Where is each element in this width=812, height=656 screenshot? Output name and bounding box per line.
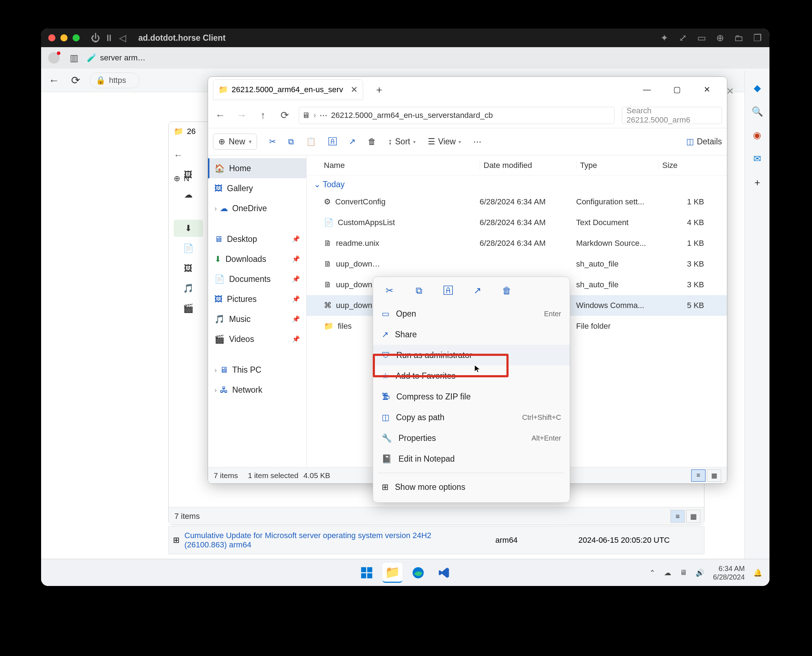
explorer-tab[interactable]: 📁 26212.5000_arm64_en-us_serv ✕ (213, 79, 363, 100)
ctx-show-more[interactable]: ⊞Show more options (373, 477, 570, 497)
cut-button[interactable]: ✂ (269, 137, 276, 147)
breadcrumb-bar[interactable]: 🖥 › ⋯ 26212.5000_arm64_en-us_serverstand… (299, 107, 615, 124)
refresh-button[interactable]: ⟳ (277, 108, 291, 122)
traffic-close[interactable] (48, 34, 56, 42)
explorer-taskbar-icon[interactable]: 📁 (383, 563, 403, 583)
ctx-share[interactable]: ↗Share (373, 324, 570, 345)
bg-icons-view-button[interactable]: ▦ (686, 510, 700, 523)
copy-button[interactable]: ⧉ (288, 137, 294, 147)
chevron-right-icon[interactable]: › (214, 386, 217, 394)
ctx-delete-button[interactable]: 🗑 (500, 283, 514, 298)
bg-sb-gallery-icon[interactable]: 🖼 (174, 166, 203, 183)
sidebar-item-downloads[interactable]: ⬇Downloads📌 (208, 249, 306, 269)
col-size[interactable]: Size (658, 161, 718, 170)
bg-sb-documents-icon[interactable]: 📄 (174, 240, 203, 257)
vscode-taskbar-icon[interactable] (434, 563, 454, 583)
start-button[interactable] (357, 563, 377, 583)
back-button[interactable]: ← (213, 108, 227, 122)
up-button[interactable]: ↑ (256, 108, 270, 122)
onedrive-tray-icon[interactable]: ☁ (664, 568, 671, 577)
ctx-add-favorites[interactable]: ☆Add to Favorites (373, 365, 570, 386)
workspaces-icon[interactable]: ▥ (67, 51, 81, 65)
details-pane-button[interactable]: ◫Details (686, 137, 722, 147)
explorer-search[interactable]: Search 26212.5000_arm6 (622, 107, 722, 124)
file-group-today[interactable]: ⌄Today (307, 175, 727, 192)
close-button[interactable]: ✕ (692, 80, 722, 100)
bg-sb-downloads-icon[interactable]: ⬇ (174, 220, 203, 237)
traffic-zoom[interactable] (73, 34, 80, 42)
minimize-button[interactable]: — (632, 80, 662, 100)
more-button[interactable]: ⋯ (473, 137, 481, 147)
forward-button[interactable]: → (234, 108, 249, 122)
volume-tray-icon[interactable]: 🔊 (696, 568, 704, 577)
pin-icon[interactable]: 📌 (292, 275, 300, 283)
browser-refresh-button[interactable]: ⟳ (68, 73, 82, 88)
ctx-compress-zip[interactable]: 🗜Compress to ZIP file (373, 386, 570, 407)
device-icon[interactable]: ▭ (697, 33, 707, 43)
clipboard-icon[interactable]: ⊕ (715, 33, 725, 43)
notifications-icon[interactable]: 🔔 (753, 568, 762, 577)
pin-icon[interactable]: 📌 (292, 295, 300, 303)
new-button[interactable]: ⊕ New ▾ (213, 134, 257, 150)
profile-avatar[interactable] (48, 52, 60, 63)
icons-view-button[interactable]: ▦ (707, 469, 721, 482)
browser-tab[interactable]: 🧪 server arm… (81, 50, 151, 66)
ctx-rename-button[interactable]: 🄰 (441, 283, 455, 298)
share-button[interactable]: ↗ (349, 137, 356, 147)
taskbar-clock[interactable]: 6:34 AM 6/28/2024 (713, 564, 745, 581)
network-tray-icon[interactable]: 🖥 (680, 568, 687, 577)
power-icon[interactable]: ⏻ (90, 33, 101, 43)
pin-icon[interactable]: 📌 (292, 335, 300, 343)
update-link[interactable]: Cumulative Update for Microsoft server o… (184, 531, 470, 549)
sort-button[interactable]: ↕Sort▾ (388, 137, 416, 147)
maximize-button[interactable]: ▢ (662, 80, 692, 100)
overflow-icon[interactable]: ⋯ (319, 111, 327, 120)
sidebar-item-videos[interactable]: 🎬Videos📌 (208, 329, 306, 349)
sidebar-item-gallery[interactable]: 🖼Gallery (208, 178, 306, 198)
back-icon[interactable]: ← (174, 150, 183, 161)
ctx-copy-button[interactable]: ⧉ (412, 283, 426, 298)
bg-sb-onedrive-icon[interactable]: ☁ (174, 186, 203, 203)
chevron-right-icon[interactable]: › (214, 366, 217, 374)
col-type[interactable]: Type (576, 161, 658, 170)
bg-sb-pictures-icon[interactable]: 🖼 (174, 260, 203, 277)
ctx-cut-button[interactable]: ✂ (383, 283, 397, 298)
new-tab-button[interactable]: ＋ (370, 81, 388, 99)
bg-tab[interactable]: 📁 26 (174, 127, 195, 136)
sidebar-item-onedrive[interactable]: ›☁OneDrive (208, 198, 306, 218)
search-icon[interactable]: 🔍 (751, 105, 764, 118)
sidebar-item-pictures[interactable]: 🖼Pictures📌 (208, 289, 306, 309)
delete-button[interactable]: 🗑 (368, 137, 376, 147)
ctx-share-button[interactable]: ↗ (470, 283, 485, 298)
rename-button[interactable]: 🄰 (329, 137, 337, 147)
col-name[interactable]: Name (315, 161, 480, 170)
ctx-edit-notepad[interactable]: 📓Edit in Notepad (373, 449, 570, 469)
traffic-minimize[interactable] (60, 34, 68, 42)
add-icon[interactable]: ＋ (751, 176, 764, 189)
chevron-up-icon[interactable]: ⌃ (649, 568, 655, 577)
back-icon[interactable]: ◁ (118, 33, 128, 43)
sidebar-item-desktop[interactable]: 🖥Desktop📌 (208, 229, 306, 249)
office-icon[interactable]: ◉ (751, 128, 764, 141)
col-date[interactable]: Date modified (480, 161, 576, 170)
details-view-button[interactable]: ≡ (691, 469, 705, 482)
bg-details-view-button[interactable]: ≡ (671, 510, 685, 523)
pause-icon[interactable]: ⏸ (104, 33, 114, 43)
view-button[interactable]: ☰View▾ (428, 137, 461, 147)
close-tab-button[interactable]: ✕ (350, 85, 358, 95)
file-row[interactable]: 🗎readme.unix 6/28/2024 6:34 AM Markdown … (307, 233, 727, 254)
pin-icon[interactable]: 📌 (292, 315, 300, 323)
copilot-icon[interactable]: ◆ (751, 82, 764, 94)
ctx-run-as-admin[interactable]: 🛡Run as administrator (373, 345, 570, 365)
folder-icon[interactable]: 🗀 (734, 33, 744, 43)
chevron-right-icon[interactable]: › (214, 204, 217, 213)
bg-sb-videos-icon[interactable]: 🎬 (174, 300, 203, 317)
pin-icon[interactable]: 📌 (292, 235, 300, 243)
browser-back-button[interactable]: ← (47, 73, 61, 88)
address-bar[interactable]: 🔒 https (90, 73, 140, 88)
sidebar-item-network[interactable]: ›🖧Network (208, 380, 306, 400)
sidebar-item-documents[interactable]: 📄Documents📌 (208, 269, 306, 289)
ctx-open[interactable]: ▭OpenEnter (373, 303, 570, 324)
ctx-properties[interactable]: 🔧PropertiesAlt+Enter (373, 428, 570, 449)
sidebar-item-music[interactable]: 🎵Music📌 (208, 309, 306, 329)
